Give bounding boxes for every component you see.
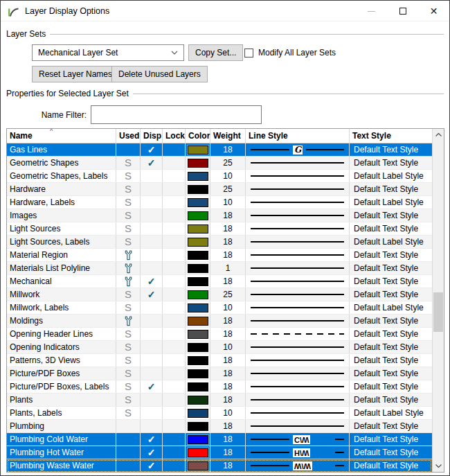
text-style-cell[interactable]: Default Text Style bbox=[350, 341, 432, 353]
layer-name-cell[interactable]: Gas Lines bbox=[7, 143, 116, 156]
display-toggle-cell[interactable]: ✓ bbox=[141, 446, 163, 459]
line-style-cell[interactable] bbox=[246, 354, 350, 367]
color-cell[interactable] bbox=[186, 380, 210, 393]
weight-cell[interactable]: 18 bbox=[210, 354, 246, 367]
lock-toggle-cell[interactable] bbox=[163, 407, 186, 419]
layer-name-cell[interactable]: Plants bbox=[7, 394, 116, 406]
weight-cell[interactable]: 18 bbox=[210, 236, 246, 248]
display-toggle-cell[interactable] bbox=[141, 301, 163, 314]
weight-cell[interactable]: 18 bbox=[210, 249, 246, 261]
color-cell[interactable] bbox=[186, 209, 210, 222]
layer-name-cell[interactable]: Picture/PDF Boxes bbox=[7, 367, 116, 380]
display-toggle-cell[interactable] bbox=[141, 222, 163, 235]
color-cell[interactable] bbox=[186, 354, 210, 367]
column-header-disp[interactable]: Disp bbox=[141, 129, 163, 143]
display-toggle-cell[interactable]: ✓ bbox=[141, 157, 163, 169]
layer-name-cell[interactable]: Geometric Shapes, Labels bbox=[7, 170, 116, 182]
color-cell[interactable] bbox=[186, 157, 210, 169]
weight-cell[interactable]: 10 bbox=[210, 341, 246, 353]
text-style-cell[interactable]: Default Text Style bbox=[350, 315, 432, 327]
color-cell[interactable] bbox=[186, 341, 210, 353]
color-cell[interactable] bbox=[186, 222, 210, 235]
display-toggle-cell[interactable] bbox=[141, 249, 163, 261]
table-row[interactable]: Picture/PDF Boxes, LabelsS✓18Default Tex… bbox=[7, 380, 432, 394]
text-style-cell[interactable]: Default Text Style bbox=[350, 275, 432, 288]
text-style-cell[interactable]: Default Text Style bbox=[350, 262, 432, 274]
table-row[interactable]: Millwork, LabelsS10Default Label Style bbox=[7, 301, 432, 315]
weight-cell[interactable]: 18 bbox=[210, 328, 246, 340]
display-toggle-cell[interactable]: ✓ bbox=[141, 380, 163, 393]
lock-toggle-cell[interactable] bbox=[163, 157, 186, 169]
text-style-cell[interactable]: Default Text Style bbox=[350, 157, 432, 169]
color-swatch[interactable] bbox=[188, 264, 208, 273]
layer-name-cell[interactable]: Plumbing Hot Water bbox=[7, 446, 116, 459]
layer-name-cell[interactable]: Millwork bbox=[7, 288, 116, 301]
reset-layer-names-button[interactable]: Reset Layer Names bbox=[32, 66, 119, 82]
layer-name-cell[interactable]: Plumbing Waste Water bbox=[7, 459, 116, 472]
column-header-weight[interactable]: Weight bbox=[210, 129, 246, 143]
line-style-cell[interactable] bbox=[246, 183, 350, 195]
table-row[interactable]: Patterns, 3D ViewsS18Default Text Style bbox=[7, 354, 432, 367]
color-cell[interactable] bbox=[186, 420, 210, 432]
column-header-color[interactable]: Color bbox=[186, 129, 210, 143]
color-swatch[interactable] bbox=[188, 211, 208, 220]
lock-toggle-cell[interactable] bbox=[163, 433, 186, 446]
weight-cell[interactable]: 1 bbox=[210, 262, 246, 274]
color-swatch[interactable] bbox=[188, 146, 208, 155]
lock-toggle-cell[interactable] bbox=[163, 170, 186, 182]
display-toggle-cell[interactable]: ✓ bbox=[141, 288, 163, 301]
table-row[interactable]: Opening IndicatorsS10Default Text Style bbox=[7, 341, 432, 354]
line-style-cell[interactable] bbox=[246, 380, 350, 393]
color-cell[interactable] bbox=[186, 315, 210, 327]
line-style-cell[interactable] bbox=[246, 275, 350, 288]
color-swatch[interactable] bbox=[188, 435, 208, 444]
minimize-button[interactable] bbox=[356, 1, 387, 21]
line-style-cell[interactable]: H/W bbox=[246, 446, 350, 459]
lock-toggle-cell[interactable] bbox=[163, 209, 186, 222]
line-style-cell[interactable] bbox=[246, 209, 350, 222]
line-style-cell[interactable]: C/W bbox=[246, 433, 350, 446]
weight-cell[interactable]: 10 bbox=[210, 407, 246, 419]
line-style-cell[interactable] bbox=[246, 157, 350, 169]
layer-name-cell[interactable]: Picture/PDF Boxes, Labels bbox=[7, 380, 116, 393]
layer-name-cell[interactable]: Opening Indicators bbox=[7, 341, 116, 353]
weight-cell[interactable]: 10 bbox=[210, 196, 246, 209]
scroll-down-button[interactable] bbox=[433, 460, 444, 472]
color-swatch[interactable] bbox=[188, 277, 208, 286]
display-toggle-cell[interactable] bbox=[141, 170, 163, 182]
copy-set-button[interactable]: Copy Set... bbox=[188, 44, 243, 61]
color-cell[interactable] bbox=[186, 170, 210, 182]
title-bar[interactable]: Layer Display Options ✕ bbox=[1, 1, 449, 21]
color-cell[interactable] bbox=[186, 183, 210, 195]
table-row[interactable]: Material Region18Default Text Style bbox=[7, 249, 432, 262]
text-style-cell[interactable]: Default Text Style bbox=[350, 354, 432, 367]
color-swatch[interactable] bbox=[188, 343, 208, 352]
weight-cell[interactable]: 10 bbox=[210, 301, 246, 314]
weight-cell[interactable]: 18 bbox=[210, 459, 246, 472]
text-style-cell[interactable]: Default Text Style bbox=[350, 394, 432, 406]
display-toggle-cell[interactable] bbox=[141, 354, 163, 367]
layer-name-cell[interactable]: Moldings bbox=[7, 315, 116, 327]
column-header-text-style[interactable]: Text Style bbox=[350, 129, 432, 143]
lock-toggle-cell[interactable] bbox=[163, 222, 186, 235]
table-row[interactable]: Plumbing18Default Text Style bbox=[7, 420, 432, 433]
color-swatch[interactable] bbox=[188, 382, 208, 391]
text-style-cell[interactable]: Default Text Style bbox=[350, 380, 432, 393]
text-style-cell[interactable]: Default Text Style bbox=[350, 367, 432, 380]
display-toggle-cell[interactable] bbox=[141, 328, 163, 340]
line-style-cell[interactable] bbox=[246, 222, 350, 235]
line-style-cell[interactable] bbox=[246, 301, 350, 314]
lock-toggle-cell[interactable] bbox=[163, 262, 186, 274]
weight-cell[interactable]: 18 bbox=[210, 420, 246, 432]
display-toggle-cell[interactable] bbox=[141, 262, 163, 274]
color-cell[interactable] bbox=[186, 407, 210, 419]
table-row[interactable]: Picture/PDF BoxesS18Default Text Style bbox=[7, 367, 432, 380]
color-swatch[interactable] bbox=[188, 396, 208, 405]
color-swatch[interactable] bbox=[188, 290, 208, 299]
weight-cell[interactable]: 18 bbox=[210, 143, 246, 156]
lock-toggle-cell[interactable] bbox=[163, 275, 186, 288]
table-row[interactable]: Light Sources, LabelsS18Default Label St… bbox=[7, 236, 432, 249]
color-swatch[interactable] bbox=[188, 238, 208, 247]
line-style-cell[interactable]: G bbox=[246, 143, 350, 156]
display-toggle-cell[interactable] bbox=[141, 367, 163, 380]
